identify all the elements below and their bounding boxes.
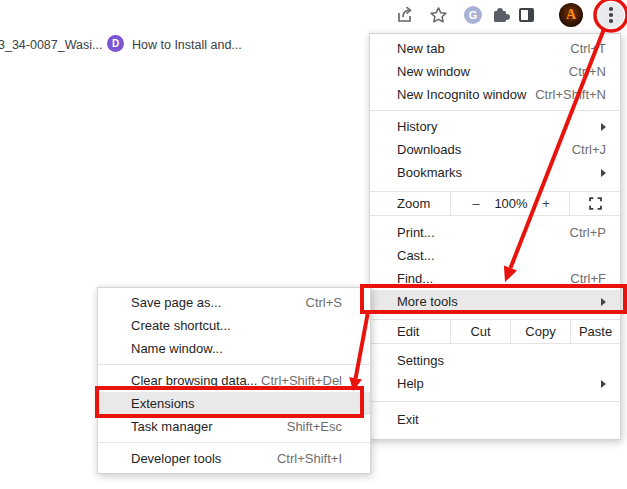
- avatar-letter: A: [559, 3, 583, 27]
- bookmark-favicon: D: [107, 35, 124, 52]
- star-icon[interactable]: [426, 0, 450, 30]
- bookmark-label: How to Install and...: [132, 36, 242, 52]
- menu-item-find[interactable]: Find... Ctrl+F: [370, 267, 620, 290]
- submenu-item-clear-browsing-data[interactable]: Clear browsing data... Ctrl+Shift+Del: [98, 369, 370, 392]
- zoom-label: Zoom: [397, 196, 430, 211]
- zoom-level-value: 100%: [485, 196, 537, 211]
- submenu-arrow-icon: [601, 380, 606, 388]
- menu-item-print[interactable]: Print... Ctrl+P: [370, 221, 620, 244]
- fullscreen-button[interactable]: [570, 192, 620, 215]
- menu-item-more-tools[interactable]: More tools: [370, 290, 620, 313]
- share-icon[interactable]: [392, 0, 418, 30]
- menu-dots-button[interactable]: [598, 2, 624, 28]
- submenu-item-create-shortcut[interactable]: Create shortcut...: [98, 314, 370, 337]
- browser-toolbar: G A: [0, 0, 627, 32]
- menu-edit-row: Edit Cut Copy Paste: [370, 319, 620, 344]
- menu-item-bookmarks[interactable]: Bookmarks: [370, 161, 620, 184]
- chrome-main-menu: New tab Ctrl+T New window Ctrl+N New Inc…: [369, 33, 621, 440]
- menu-dots-icon: [609, 7, 613, 11]
- paste-button[interactable]: Paste: [570, 320, 620, 343]
- submenu-item-developer-tools[interactable]: Developer tools Ctrl+Shift+I: [98, 447, 370, 470]
- fullscreen-icon: [589, 197, 602, 210]
- side-panel-icon[interactable]: [514, 0, 538, 30]
- bookmark-item[interactable]: D How to Install and...: [107, 35, 242, 52]
- menu-item-downloads[interactable]: Downloads Ctrl+J: [370, 138, 620, 161]
- profile-avatar[interactable]: A: [557, 0, 585, 30]
- extensions-puzzle-icon[interactable]: [489, 0, 511, 30]
- menu-separator: [98, 442, 370, 443]
- cut-button[interactable]: Cut: [450, 320, 510, 343]
- submenu-item-extensions[interactable]: Extensions: [98, 392, 370, 415]
- submenu-item-name-window[interactable]: Name window...: [98, 337, 370, 360]
- submenu-arrow-icon: [601, 298, 606, 306]
- copy-button[interactable]: Copy: [510, 320, 570, 343]
- menu-separator: [98, 364, 370, 365]
- edit-label: Edit: [397, 324, 419, 339]
- menu-zoom-row: Zoom – 100% +: [370, 191, 620, 216]
- submenu-arrow-icon: [601, 169, 606, 177]
- menu-item-cast[interactable]: Cast...: [370, 244, 620, 267]
- menu-item-new-window[interactable]: New window Ctrl+N: [370, 60, 620, 83]
- menu-item-exit[interactable]: Exit: [370, 408, 620, 431]
- bookmarks-bar: 3_34-0087_Wasi... D How to Install and..…: [0, 34, 369, 58]
- menu-item-new-tab[interactable]: New tab Ctrl+T: [370, 37, 620, 60]
- menu-separator: [370, 401, 620, 402]
- menu-item-history[interactable]: History: [370, 115, 620, 138]
- zoom-in-button[interactable]: +: [537, 196, 555, 211]
- submenu-item-save-page-as[interactable]: Save page as... Ctrl+S: [98, 291, 370, 314]
- zoom-out-button[interactable]: –: [467, 196, 485, 211]
- submenu-item-task-manager[interactable]: Task manager Shift+Esc: [98, 415, 370, 438]
- grammarly-g-icon: G: [464, 6, 482, 24]
- menu-item-settings[interactable]: Settings: [370, 349, 620, 372]
- grammarly-extension-icon[interactable]: G: [462, 0, 484, 30]
- bookmark-item[interactable]: 3_34-0087_Wasi...: [0, 38, 102, 52]
- menu-item-help[interactable]: Help: [370, 372, 620, 395]
- submenu-arrow-icon: [601, 123, 606, 131]
- menu-item-new-incognito-window[interactable]: New Incognito window Ctrl+Shift+N: [370, 83, 620, 106]
- menu-separator: [370, 110, 620, 111]
- more-tools-submenu: Save page as... Ctrl+S Create shortcut..…: [97, 287, 371, 474]
